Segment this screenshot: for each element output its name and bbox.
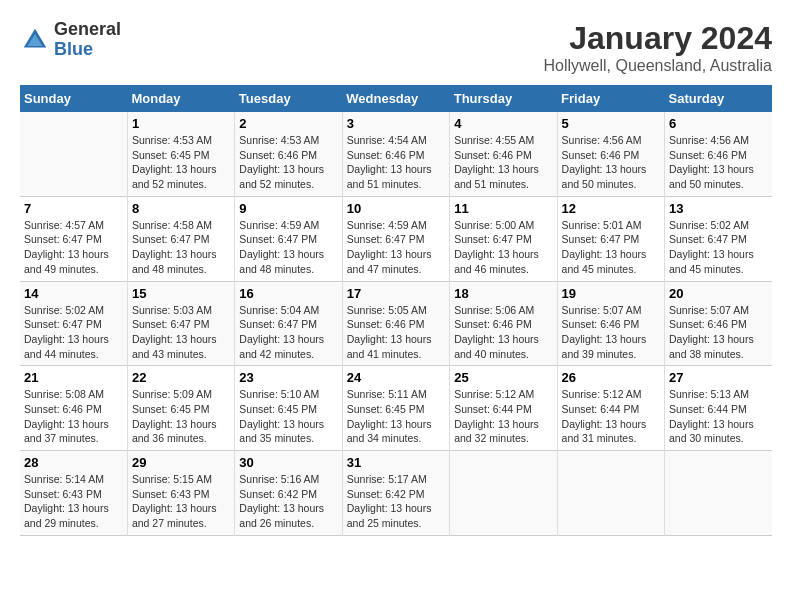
- day-number: 18: [454, 286, 552, 301]
- calendar-cell: 18Sunrise: 5:06 AMSunset: 6:46 PMDayligh…: [450, 281, 557, 366]
- week-row-0: 1Sunrise: 4:53 AMSunset: 6:45 PMDaylight…: [20, 112, 772, 196]
- calendar-cell: 14Sunrise: 5:02 AMSunset: 6:47 PMDayligh…: [20, 281, 127, 366]
- day-number: 15: [132, 286, 230, 301]
- calendar-cell: 28Sunrise: 5:14 AMSunset: 6:43 PMDayligh…: [20, 451, 127, 536]
- column-header-thursday: Thursday: [450, 85, 557, 112]
- header-row: SundayMondayTuesdayWednesdayThursdayFrid…: [20, 85, 772, 112]
- calendar-cell: 31Sunrise: 5:17 AMSunset: 6:42 PMDayligh…: [342, 451, 449, 536]
- calendar-cell: 8Sunrise: 4:58 AMSunset: 6:47 PMDaylight…: [127, 196, 234, 281]
- day-info: Sunrise: 4:53 AMSunset: 6:46 PMDaylight:…: [239, 133, 337, 192]
- calendar-cell: 22Sunrise: 5:09 AMSunset: 6:45 PMDayligh…: [127, 366, 234, 451]
- calendar-cell: 20Sunrise: 5:07 AMSunset: 6:46 PMDayligh…: [665, 281, 772, 366]
- logo: General Blue: [20, 20, 121, 60]
- day-info: Sunrise: 5:01 AMSunset: 6:47 PMDaylight:…: [562, 218, 660, 277]
- day-info: Sunrise: 5:16 AMSunset: 6:42 PMDaylight:…: [239, 472, 337, 531]
- day-info: Sunrise: 5:17 AMSunset: 6:42 PMDaylight:…: [347, 472, 445, 531]
- title-area: January 2024 Hollywell, Queensland, Aust…: [543, 20, 772, 75]
- day-number: 4: [454, 116, 552, 131]
- day-number: 30: [239, 455, 337, 470]
- day-number: 23: [239, 370, 337, 385]
- calendar-table: SundayMondayTuesdayWednesdayThursdayFrid…: [20, 85, 772, 536]
- calendar-cell: 26Sunrise: 5:12 AMSunset: 6:44 PMDayligh…: [557, 366, 664, 451]
- column-header-sunday: Sunday: [20, 85, 127, 112]
- calendar-cell: 24Sunrise: 5:11 AMSunset: 6:45 PMDayligh…: [342, 366, 449, 451]
- day-info: Sunrise: 4:53 AMSunset: 6:45 PMDaylight:…: [132, 133, 230, 192]
- day-number: 10: [347, 201, 445, 216]
- calendar-cell: 17Sunrise: 5:05 AMSunset: 6:46 PMDayligh…: [342, 281, 449, 366]
- day-number: 26: [562, 370, 660, 385]
- day-number: 20: [669, 286, 768, 301]
- day-info: Sunrise: 5:14 AMSunset: 6:43 PMDaylight:…: [24, 472, 123, 531]
- day-number: 31: [347, 455, 445, 470]
- day-info: Sunrise: 4:59 AMSunset: 6:47 PMDaylight:…: [239, 218, 337, 277]
- day-number: 19: [562, 286, 660, 301]
- calendar-cell: 9Sunrise: 4:59 AMSunset: 6:47 PMDaylight…: [235, 196, 342, 281]
- day-info: Sunrise: 5:15 AMSunset: 6:43 PMDaylight:…: [132, 472, 230, 531]
- day-info: Sunrise: 5:05 AMSunset: 6:46 PMDaylight:…: [347, 303, 445, 362]
- week-row-2: 14Sunrise: 5:02 AMSunset: 6:47 PMDayligh…: [20, 281, 772, 366]
- day-info: Sunrise: 5:09 AMSunset: 6:45 PMDaylight:…: [132, 387, 230, 446]
- day-number: 6: [669, 116, 768, 131]
- calendar-cell: 12Sunrise: 5:01 AMSunset: 6:47 PMDayligh…: [557, 196, 664, 281]
- week-row-3: 21Sunrise: 5:08 AMSunset: 6:46 PMDayligh…: [20, 366, 772, 451]
- day-info: Sunrise: 5:04 AMSunset: 6:47 PMDaylight:…: [239, 303, 337, 362]
- day-number: 7: [24, 201, 123, 216]
- calendar-cell: 5Sunrise: 4:56 AMSunset: 6:46 PMDaylight…: [557, 112, 664, 196]
- day-info: Sunrise: 5:02 AMSunset: 6:47 PMDaylight:…: [24, 303, 123, 362]
- day-info: Sunrise: 5:11 AMSunset: 6:45 PMDaylight:…: [347, 387, 445, 446]
- calendar-cell: 19Sunrise: 5:07 AMSunset: 6:46 PMDayligh…: [557, 281, 664, 366]
- day-info: Sunrise: 4:59 AMSunset: 6:47 PMDaylight:…: [347, 218, 445, 277]
- day-number: 11: [454, 201, 552, 216]
- calendar-cell: 10Sunrise: 4:59 AMSunset: 6:47 PMDayligh…: [342, 196, 449, 281]
- column-header-saturday: Saturday: [665, 85, 772, 112]
- day-number: 24: [347, 370, 445, 385]
- day-number: 27: [669, 370, 768, 385]
- day-number: 3: [347, 116, 445, 131]
- week-row-1: 7Sunrise: 4:57 AMSunset: 6:47 PMDaylight…: [20, 196, 772, 281]
- calendar-cell: 15Sunrise: 5:03 AMSunset: 6:47 PMDayligh…: [127, 281, 234, 366]
- column-header-wednesday: Wednesday: [342, 85, 449, 112]
- logo-icon: [20, 25, 50, 55]
- day-number: 5: [562, 116, 660, 131]
- day-info: Sunrise: 5:07 AMSunset: 6:46 PMDaylight:…: [669, 303, 768, 362]
- calendar-cell: 3Sunrise: 4:54 AMSunset: 6:46 PMDaylight…: [342, 112, 449, 196]
- day-number: 13: [669, 201, 768, 216]
- calendar-cell: 4Sunrise: 4:55 AMSunset: 6:46 PMDaylight…: [450, 112, 557, 196]
- calendar-cell: [450, 451, 557, 536]
- day-info: Sunrise: 4:55 AMSunset: 6:46 PMDaylight:…: [454, 133, 552, 192]
- day-info: Sunrise: 4:54 AMSunset: 6:46 PMDaylight:…: [347, 133, 445, 192]
- calendar-cell: [557, 451, 664, 536]
- day-info: Sunrise: 5:10 AMSunset: 6:45 PMDaylight:…: [239, 387, 337, 446]
- day-info: Sunrise: 5:06 AMSunset: 6:46 PMDaylight:…: [454, 303, 552, 362]
- day-info: Sunrise: 4:56 AMSunset: 6:46 PMDaylight:…: [562, 133, 660, 192]
- column-header-friday: Friday: [557, 85, 664, 112]
- column-header-tuesday: Tuesday: [235, 85, 342, 112]
- day-info: Sunrise: 4:57 AMSunset: 6:47 PMDaylight:…: [24, 218, 123, 277]
- day-number: 1: [132, 116, 230, 131]
- calendar-cell: 7Sunrise: 4:57 AMSunset: 6:47 PMDaylight…: [20, 196, 127, 281]
- day-info: Sunrise: 4:56 AMSunset: 6:46 PMDaylight:…: [669, 133, 768, 192]
- day-info: Sunrise: 5:00 AMSunset: 6:47 PMDaylight:…: [454, 218, 552, 277]
- day-number: 9: [239, 201, 337, 216]
- day-number: 29: [132, 455, 230, 470]
- day-number: 25: [454, 370, 552, 385]
- day-number: 21: [24, 370, 123, 385]
- day-number: 2: [239, 116, 337, 131]
- calendar-cell: 25Sunrise: 5:12 AMSunset: 6:44 PMDayligh…: [450, 366, 557, 451]
- day-info: Sunrise: 5:12 AMSunset: 6:44 PMDaylight:…: [562, 387, 660, 446]
- day-info: Sunrise: 5:03 AMSunset: 6:47 PMDaylight:…: [132, 303, 230, 362]
- calendar-cell: 16Sunrise: 5:04 AMSunset: 6:47 PMDayligh…: [235, 281, 342, 366]
- column-header-monday: Monday: [127, 85, 234, 112]
- calendar-subtitle: Hollywell, Queensland, Australia: [543, 57, 772, 75]
- calendar-cell: 23Sunrise: 5:10 AMSunset: 6:45 PMDayligh…: [235, 366, 342, 451]
- calendar-cell: 1Sunrise: 4:53 AMSunset: 6:45 PMDaylight…: [127, 112, 234, 196]
- calendar-cell: 6Sunrise: 4:56 AMSunset: 6:46 PMDaylight…: [665, 112, 772, 196]
- calendar-cell: 2Sunrise: 4:53 AMSunset: 6:46 PMDaylight…: [235, 112, 342, 196]
- day-number: 17: [347, 286, 445, 301]
- calendar-cell: 13Sunrise: 5:02 AMSunset: 6:47 PMDayligh…: [665, 196, 772, 281]
- day-info: Sunrise: 5:07 AMSunset: 6:46 PMDaylight:…: [562, 303, 660, 362]
- calendar-cell: [20, 112, 127, 196]
- day-info: Sunrise: 5:02 AMSunset: 6:47 PMDaylight:…: [669, 218, 768, 277]
- logo-text: General Blue: [54, 20, 121, 60]
- calendar-cell: [665, 451, 772, 536]
